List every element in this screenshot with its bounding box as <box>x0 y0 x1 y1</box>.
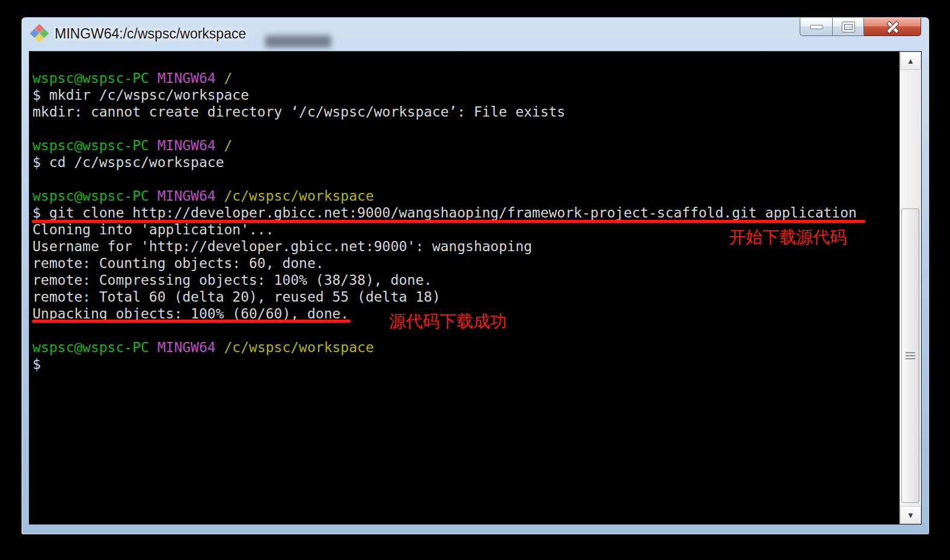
terminal-text-segment: $ cd /c/wspsc/workspace <box>32 154 224 170</box>
terminal-text-segment: / <box>224 70 233 86</box>
terminal-text-segment: wspsc@wspsc-PC <box>32 70 158 86</box>
terminal-text-segment: / <box>224 138 233 153</box>
terminal-text-segment: wspsc@wspsc-PC <box>32 188 158 204</box>
minimize-icon <box>810 25 823 29</box>
maximize-button[interactable] <box>833 18 864 36</box>
blurred-text-smudge <box>265 35 331 47</box>
title-bar[interactable]: MINGW64:/c/wspsc/workspace <box>22 17 929 51</box>
scroll-down-button[interactable]: ▼ <box>900 506 921 524</box>
terminal-line: wspsc@wspsc-PC MINGW64 / <box>32 137 899 154</box>
window-controls <box>800 18 921 36</box>
terminal-line: remote: Compressing objects: 100% (38/38… <box>32 272 899 288</box>
terminal-line: $ mkdir /c/wspsc/workspace <box>32 87 899 103</box>
terminal-text-segment: MINGW64 <box>158 70 224 86</box>
minimize-button[interactable] <box>800 18 833 36</box>
terminal-text-segment: MINGW64 <box>158 188 224 204</box>
terminal-text-segment: remote: Counting objects: 60, done. <box>32 255 324 271</box>
terminal-line: $ <box>32 356 899 373</box>
terminal-line: $ git clone http://developer.gbicc.net:9… <box>32 204 899 221</box>
red-underline <box>32 220 865 223</box>
window-title: MINGW64:/c/wspsc/workspace <box>55 26 246 42</box>
terminal-line: wspsc@wspsc-PC MINGW64 / <box>32 70 899 87</box>
scroll-up-button[interactable]: ▲ <box>900 52 921 70</box>
scrollbar-grip-icon <box>906 352 915 359</box>
terminal-line: mkdir: cannot create directory ‘/c/wspsc… <box>32 103 899 120</box>
scrollbar-track[interactable] <box>900 70 921 506</box>
annotation-text: 开始下载源代码 <box>729 226 847 249</box>
terminal-text-segment: mkdir: cannot create directory ‘/c/wspsc… <box>32 104 565 120</box>
scrollbar-thumb[interactable] <box>901 208 919 503</box>
terminal-text-segment: /c/wspsc/workspace <box>224 188 374 204</box>
terminal-window: MINGW64:/c/wspsc/workspace wspsc@wspsc-P… <box>21 17 930 535</box>
terminal-text-segment: Username for 'http://developer.gbicc.net… <box>32 239 532 254</box>
terminal-text-segment: $ mkdir /c/wspsc/workspace <box>32 87 249 103</box>
terminal-line: wspsc@wspsc-PC MINGW64 /c/wspsc/workspac… <box>32 187 899 204</box>
terminal-text-segment: $ git clone http://developer.gbicc.net:9… <box>32 205 857 221</box>
terminal-line: remote: Counting objects: 60, done. <box>32 255 899 272</box>
terminal-line: wspsc@wspsc-PC MINGW64 /c/wspsc/workspac… <box>32 339 899 356</box>
terminal-text-segment: MINGW64 <box>158 138 224 153</box>
terminal-text-segment: remote: Compressing objects: 100% (38/38… <box>32 272 432 288</box>
maximize-icon <box>842 22 854 32</box>
scrollbar: ▲ ▼ <box>899 52 921 524</box>
terminal-text-segment: wspsc@wspsc-PC <box>32 138 158 153</box>
mingw-app-icon <box>31 25 48 42</box>
terminal-text-segment: $ <box>32 356 41 372</box>
terminal-text-segment: Cloning into 'application'... <box>32 222 274 237</box>
terminal-line <box>32 171 899 187</box>
terminal-client-area: wspsc@wspsc-PC MINGW64 /$ mkdir /c/wspsc… <box>29 51 922 525</box>
terminal-line: remote: Total 60 (delta 20), reused 55 (… <box>32 288 899 305</box>
terminal-text-segment: MINGW64 <box>158 339 224 355</box>
terminal-text-segment: remote: Total 60 (delta 20), reused 55 (… <box>32 289 441 305</box>
terminal-line: $ cd /c/wspsc/workspace <box>32 154 899 171</box>
terminal-text-segment: /c/wspsc/workspace <box>224 339 374 355</box>
red-underline <box>32 320 351 323</box>
close-button[interactable] <box>864 18 921 36</box>
terminal-line <box>32 120 899 137</box>
annotation-text: 源代码下载成功 <box>389 310 507 333</box>
terminal-text-segment: wspsc@wspsc-PC <box>32 339 158 355</box>
terminal-output[interactable]: wspsc@wspsc-PC MINGW64 /$ mkdir /c/wspsc… <box>29 52 899 524</box>
